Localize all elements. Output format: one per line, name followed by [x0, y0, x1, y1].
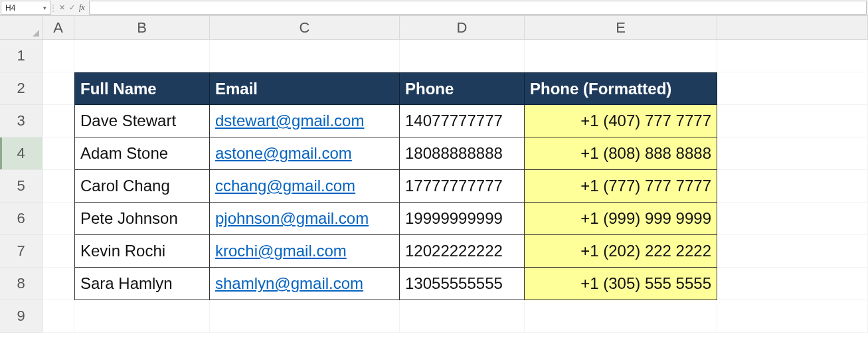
data-cell-phone-formatted[interactable]: +1 (999) 999 9999 [525, 203, 717, 235]
header-text: Phone [405, 80, 454, 98]
email-link[interactable]: krochi@gmail.com [215, 242, 347, 260]
cell[interactable] [43, 235, 74, 268]
row-label: 3 [17, 112, 25, 130]
row-header[interactable]: 8 [0, 268, 43, 300]
row-header[interactable]: 6 [0, 203, 43, 235]
email-link[interactable]: shamlyn@gmail.com [215, 274, 363, 293]
cell[interactable] [717, 203, 868, 235]
cell[interactable] [717, 170, 868, 203]
cell[interactable] [43, 105, 74, 137]
email-link[interactable]: dstewart@gmail.com [215, 112, 364, 130]
email-link[interactable]: pjohnson@gmail.com [215, 209, 369, 228]
cell-text: +1 (777) 777 7777 [580, 177, 711, 195]
column-header-C[interactable]: C [210, 16, 400, 39]
data-cell-phone-formatted[interactable]: +1 (808) 888 8888 [525, 137, 717, 170]
formula-input[interactable] [89, 1, 867, 15]
cell-text: +1 (808) 888 8888 [580, 144, 711, 163]
row-7: 7 Kevin Rochi krochi@gmail.com 120222222… [0, 235, 868, 268]
cell[interactable] [717, 72, 868, 105]
row-header[interactable]: 9 [0, 300, 43, 333]
data-cell-phone[interactable]: 19999999999 [400, 203, 525, 235]
cell[interactable] [717, 105, 868, 137]
cell[interactable] [717, 235, 868, 268]
cell[interactable] [525, 300, 717, 333]
row-header[interactable]: 7 [0, 235, 43, 268]
cell[interactable] [210, 300, 400, 333]
data-cell-phone[interactable]: 18088888888 [400, 137, 525, 170]
data-cell-phone[interactable]: 14077777777 [400, 105, 525, 137]
cell[interactable] [400, 300, 525, 333]
cancel-icon[interactable]: ✕ [59, 3, 65, 12]
data-cell-phone[interactable]: 12022222222 [400, 235, 525, 268]
data-cell-name[interactable]: Carol Chang [74, 170, 210, 203]
data-cell-email[interactable]: astone@gmail.com [210, 137, 400, 170]
data-cell-name[interactable]: Dave Stewart [74, 105, 210, 137]
data-cell-name[interactable]: Kevin Rochi [74, 235, 210, 268]
col-label: E [616, 19, 626, 37]
row-label: 9 [17, 307, 25, 325]
data-cell-email[interactable]: cchang@gmail.com [210, 170, 400, 203]
row-header[interactable]: 5 [0, 170, 43, 203]
row-8: 8 Sara Hamlyn shamlyn@gmail.com 13055555… [0, 268, 868, 300]
data-cell-phone[interactable]: 17777777777 [400, 170, 525, 203]
cell-text: +1 (407) 777 7777 [580, 112, 711, 130]
data-cell-phone-formatted[interactable]: +1 (305) 555 5555 [525, 268, 717, 300]
cell[interactable] [210, 40, 400, 72]
column-header-D[interactable]: D [400, 16, 525, 39]
header-cell-phone-formatted[interactable]: Phone (Formatted) [525, 72, 717, 105]
formula-controls: ✕ ✓ fx [55, 0, 89, 15]
header-cell-name[interactable]: Full Name [74, 72, 210, 105]
row-label: 7 [17, 242, 25, 260]
data-cell-email[interactable]: krochi@gmail.com [210, 235, 400, 268]
cell[interactable] [74, 40, 210, 72]
row-header[interactable]: 1 [0, 40, 43, 72]
email-link[interactable]: astone@gmail.com [215, 144, 352, 163]
data-cell-phone[interactable]: 13055555555 [400, 268, 525, 300]
cell-text: +1 (999) 999 9999 [580, 209, 711, 228]
data-cell-email[interactable]: dstewart@gmail.com [210, 105, 400, 137]
cell-text: 18088888888 [405, 144, 503, 163]
row-header[interactable]: 2 [0, 72, 43, 105]
row-header[interactable]: 3 [0, 105, 43, 137]
data-cell-name[interactable]: Sara Hamlyn [74, 268, 210, 300]
cell[interactable] [717, 137, 868, 170]
data-cell-phone-formatted[interactable]: +1 (407) 777 7777 [525, 105, 717, 137]
cell-text: Sara Hamlyn [80, 274, 173, 293]
cell[interactable] [717, 300, 868, 333]
cell[interactable] [43, 203, 74, 235]
cell[interactable] [43, 268, 74, 300]
row-header-active[interactable]: 4 [0, 137, 43, 170]
cell[interactable] [43, 170, 74, 203]
data-cell-name[interactable]: Adam Stone [74, 137, 210, 170]
cell[interactable] [43, 137, 74, 170]
column-header-B[interactable]: B [74, 16, 210, 39]
cell[interactable] [43, 300, 74, 333]
col-label: A [53, 19, 63, 37]
enter-icon[interactable]: ✓ [69, 3, 75, 12]
cell[interactable] [717, 268, 868, 300]
data-cell-name[interactable]: Pete Johnson [74, 203, 210, 235]
cell-text: Pete Johnson [80, 209, 178, 228]
chevron-down-icon[interactable]: ▾ [40, 3, 49, 13]
select-all-triangle[interactable] [0, 16, 43, 39]
name-box[interactable]: H4 ▾ [1, 1, 51, 15]
cell[interactable] [43, 72, 74, 105]
cell[interactable] [43, 40, 74, 72]
data-cell-email[interactable]: shamlyn@gmail.com [210, 268, 400, 300]
column-header-A[interactable]: A [43, 16, 74, 39]
fx-icon[interactable]: fx [79, 3, 85, 13]
header-cell-email[interactable]: Email [210, 72, 400, 105]
data-cell-phone-formatted[interactable]: +1 (777) 777 7777 [525, 170, 717, 203]
cell[interactable] [717, 40, 868, 72]
column-header-E[interactable]: E [525, 16, 717, 39]
data-cell-email[interactable]: pjohnson@gmail.com [210, 203, 400, 235]
cell-text: +1 (202) 222 2222 [580, 242, 711, 260]
email-link[interactable]: cchang@gmail.com [215, 177, 355, 195]
cell[interactable] [525, 40, 717, 72]
data-cell-phone-formatted[interactable]: +1 (202) 222 2222 [525, 235, 717, 268]
spreadsheet-grid: A B C D E 1 2 Full Name Email Phone Phon… [0, 16, 868, 333]
cell[interactable] [400, 40, 525, 72]
cell[interactable] [74, 300, 210, 333]
column-header-blank[interactable] [717, 16, 868, 39]
header-cell-phone[interactable]: Phone [400, 72, 525, 105]
